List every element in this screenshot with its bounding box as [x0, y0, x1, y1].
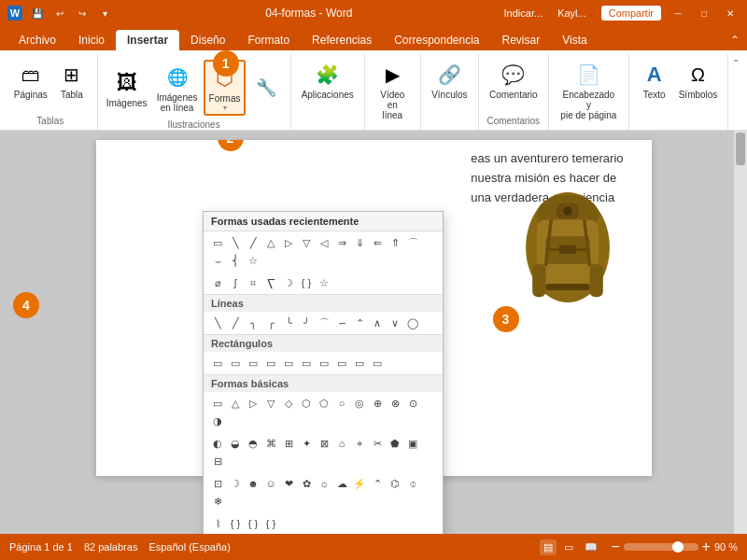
shape-item[interactable]: ⇑	[387, 234, 403, 251]
share-button[interactable]: Compartir	[601, 6, 661, 21]
shape-item[interactable]: ⌬	[387, 475, 403, 492]
shape-item[interactable]: ▭	[351, 355, 368, 371]
shape-item[interactable]: ⇓	[351, 234, 368, 251]
shape-item[interactable]: ▣	[404, 435, 421, 452]
shape-item[interactable]: △	[227, 395, 244, 412]
shape-item[interactable]: ☆	[245, 252, 261, 269]
shape-item[interactable]: { }	[298, 274, 315, 291]
shape-item[interactable]: ⌽	[404, 475, 421, 492]
video-button[interactable]: ▶ Vídeoen línea	[373, 58, 413, 122]
shape-item[interactable]: ☽	[227, 475, 244, 492]
shape-item[interactable]: ⌃	[369, 475, 386, 492]
shape-item[interactable]: ❄	[209, 493, 226, 510]
shape-item[interactable]: ▭	[227, 355, 244, 371]
shape-item[interactable]: ∨	[387, 315, 403, 331]
shape-item[interactable]: ╱	[227, 315, 244, 331]
shape-item[interactable]: ∧	[369, 315, 386, 331]
zoom-out-button[interactable]: −	[611, 539, 619, 555]
shape-item[interactable]: ◁	[316, 234, 332, 251]
more-button[interactable]: ▾	[95, 4, 114, 22]
shape-item[interactable]: ◎	[351, 395, 368, 412]
tab-diseno[interactable]: Diseño	[179, 30, 236, 50]
texto-button[interactable]: A Texto	[636, 58, 673, 102]
tab-referencias[interactable]: Referencias	[301, 30, 383, 50]
shape-item[interactable]: ⌇	[209, 515, 226, 532]
shape-item[interactable]: ▽	[262, 395, 279, 412]
ribbon-right-arrow[interactable]: ⌃	[728, 54, 743, 130]
redo-button[interactable]: ↪	[73, 4, 92, 22]
shape-item[interactable]: ☼	[316, 475, 332, 492]
tab-correspondencia[interactable]: Correspondencia	[383, 30, 490, 50]
shape-item[interactable]: ◐	[209, 435, 226, 452]
shape-item[interactable]: ⌖	[351, 435, 368, 452]
shape-item[interactable]: ❤	[280, 475, 297, 492]
save-button[interactable]: 💾	[28, 4, 47, 22]
shape-item[interactable]: ▭	[262, 355, 279, 371]
shape-item[interactable]: ◇	[280, 395, 297, 412]
encabezado-button[interactable]: 📄 Encabezado ypie de página	[557, 58, 621, 122]
shape-item[interactable]: ⊠	[316, 435, 332, 452]
shape-item[interactable]: ◑	[209, 413, 226, 429]
shape-item[interactable]: ⬠	[316, 395, 332, 412]
shape-item[interactable]: ⊡	[209, 475, 226, 492]
shape-item[interactable]: ▭	[369, 355, 386, 371]
shape-item[interactable]: { }	[227, 515, 244, 532]
tab-formato[interactable]: Formato	[236, 30, 301, 50]
view-web-button[interactable]: ▭	[560, 539, 577, 555]
user-label[interactable]: Kayl...	[557, 7, 586, 19]
shape-item[interactable]: ⊗	[387, 395, 403, 412]
shape-item[interactable]: ⌗	[245, 274, 261, 291]
zoom-in-button[interactable]: +	[702, 539, 711, 555]
shape-item[interactable]: ⌀	[209, 274, 226, 291]
tab-archivo[interactable]: Archivo	[7, 30, 67, 50]
shape-item[interactable]: ☆	[316, 274, 332, 291]
shapes-scrollable[interactable]: ▭ ╲ ╱ △ ▷ ▽ ◁ ⇒ ⇓ ⇐ ⇑ ⌒ ⌣ ⎨ ☆ ⌀ ∫ ⌗ ⎲	[204, 231, 443, 534]
shape-item[interactable]: ○	[333, 395, 350, 412]
shape-item[interactable]: ▷	[245, 395, 261, 412]
shape-item[interactable]: ☺	[262, 475, 279, 492]
tab-inicio[interactable]: Inicio	[67, 30, 116, 50]
shape-item[interactable]: ⊙	[404, 395, 421, 412]
zoom-slider-thumb[interactable]	[672, 541, 684, 553]
zoom-slider[interactable]	[624, 543, 698, 551]
tab-vista[interactable]: Vista	[551, 30, 598, 50]
shape-item[interactable]: ⎨	[227, 252, 244, 269]
tabla-button[interactable]: ⊞ Tabla	[53, 58, 91, 102]
shape-item[interactable]: ☻	[245, 475, 261, 492]
shape-item[interactable]: ⇒	[333, 234, 350, 251]
shape-item[interactable]: ⌒	[404, 234, 421, 251]
shape-item[interactable]: ⌃	[351, 315, 368, 331]
shape-item[interactable]: ⊟	[209, 453, 226, 469]
shape-item[interactable]: ╲	[227, 234, 244, 251]
shape-item[interactable]: ▭	[245, 355, 261, 371]
view-print-button[interactable]: ▤	[540, 539, 557, 555]
vinculos-button[interactable]: 🔗 Vínculos	[428, 58, 471, 102]
tab-insertar[interactable]: Insertar	[116, 30, 179, 50]
shape-item[interactable]: ⚡	[351, 475, 368, 492]
view-read-button[interactable]: 📖	[581, 539, 601, 555]
shape-item[interactable]: ╱	[245, 234, 261, 251]
aplicaciones-button[interactable]: 🧩 Aplicaciones	[298, 58, 358, 102]
shapes-panel[interactable]: Formas usadas recientemente ▭ ╲ ╱ △ ▷ ▽ …	[203, 211, 444, 534]
shape-item[interactable]: ◓	[245, 435, 261, 452]
shape-item[interactable]: ✂	[369, 435, 386, 452]
imagenes-linea-button[interactable]: 🌐 Imágenesen línea	[153, 61, 202, 115]
shape-item[interactable]: ⊞	[280, 435, 297, 452]
shape-item[interactable]: ▭	[316, 355, 332, 371]
vertical-scrollbar[interactable]	[734, 131, 747, 534]
shape-item[interactable]: ✦	[298, 435, 315, 452]
shape-item[interactable]: ⬡	[298, 395, 315, 412]
shape-item[interactable]: ▽	[298, 234, 315, 251]
shape-item[interactable]: ⌣	[209, 252, 226, 269]
shape-item[interactable]: ▭	[209, 355, 226, 371]
paginas-button[interactable]: 🗃 Páginas	[10, 58, 51, 102]
shape-item[interactable]: ╰	[280, 315, 297, 331]
minimize-button[interactable]: ─	[669, 4, 687, 22]
shape-item[interactable]: ⎲	[262, 274, 279, 291]
shape-item[interactable]: ▷	[280, 234, 297, 251]
shape-item[interactable]: ▭	[298, 355, 315, 371]
ribbon-collapse-button[interactable]: ⌃	[730, 34, 740, 47]
shape-item[interactable]: ╯	[298, 315, 315, 331]
shape-item[interactable]: △	[262, 234, 279, 251]
shape-item[interactable]: ◒	[227, 435, 244, 452]
